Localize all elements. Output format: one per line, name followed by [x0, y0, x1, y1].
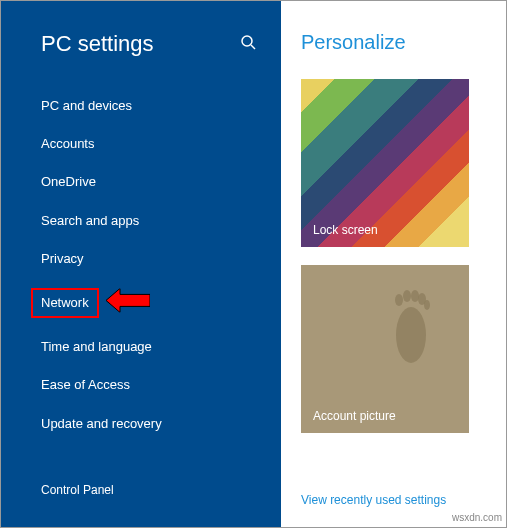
svg-point-5 — [403, 290, 411, 302]
page-title: PC settings — [41, 31, 154, 57]
watermark: wsxdn.com — [452, 512, 502, 523]
sidebar-item-time-language[interactable]: Time and language — [1, 328, 281, 366]
sidebar-item-search-apps[interactable]: Search and apps — [1, 202, 281, 240]
sidebar-item-pc-devices[interactable]: PC and devices — [1, 87, 281, 125]
svg-point-8 — [424, 300, 430, 310]
sidebar-item-label: PC and devices — [41, 98, 132, 113]
sidebar-item-label: Search and apps — [41, 213, 139, 228]
footprint-sand-image — [301, 265, 469, 433]
sidebar-item-network[interactable]: Network — [1, 278, 281, 328]
sidebar-item-update-recovery[interactable]: Update and recovery — [1, 405, 281, 443]
svg-point-4 — [395, 294, 403, 306]
svg-line-1 — [251, 45, 255, 49]
sidebar-item-ease-access[interactable]: Ease of Access — [1, 366, 281, 404]
sidebar-item-label: OneDrive — [41, 174, 96, 189]
sidebar-item-label: Privacy — [41, 251, 84, 266]
sidebar: PC settings PC and devices Accounts OneD… — [1, 1, 281, 527]
svg-point-3 — [396, 307, 426, 363]
search-icon[interactable] — [240, 34, 256, 54]
sidebar-item-privacy[interactable]: Privacy — [1, 240, 281, 278]
recent-settings-link[interactable]: View recently used settings — [301, 493, 486, 507]
pc-settings-window: PC settings PC and devices Accounts OneD… — [0, 0, 507, 528]
highlight-arrow-icon — [106, 288, 150, 317]
svg-point-0 — [242, 36, 252, 46]
sidebar-item-label: Ease of Access — [41, 377, 130, 392]
control-panel-link[interactable]: Control Panel — [1, 468, 281, 507]
sidebar-item-accounts[interactable]: Accounts — [1, 125, 281, 163]
sidebar-header: PC settings — [1, 21, 281, 87]
sidebar-item-label: Network — [31, 288, 99, 318]
tile-label: Account picture — [313, 409, 396, 423]
sidebar-item-label: Update and recovery — [41, 416, 162, 431]
account-picture-tile[interactable]: Account picture — [301, 265, 469, 433]
nav-list: PC and devices Accounts OneDrive Search … — [1, 87, 281, 468]
sidebar-item-label: Accounts — [41, 136, 94, 151]
content-panel: Personalize Lock screen Account picture … — [281, 1, 506, 527]
tile-label: Lock screen — [313, 223, 378, 237]
sidebar-item-onedrive[interactable]: OneDrive — [1, 163, 281, 201]
svg-marker-2 — [106, 288, 150, 312]
content-footer: View recently used settings — [301, 473, 486, 507]
content-title: Personalize — [301, 31, 486, 54]
sidebar-item-label: Time and language — [41, 339, 152, 354]
lock-screen-tile[interactable]: Lock screen — [301, 79, 469, 247]
svg-point-6 — [411, 290, 419, 302]
